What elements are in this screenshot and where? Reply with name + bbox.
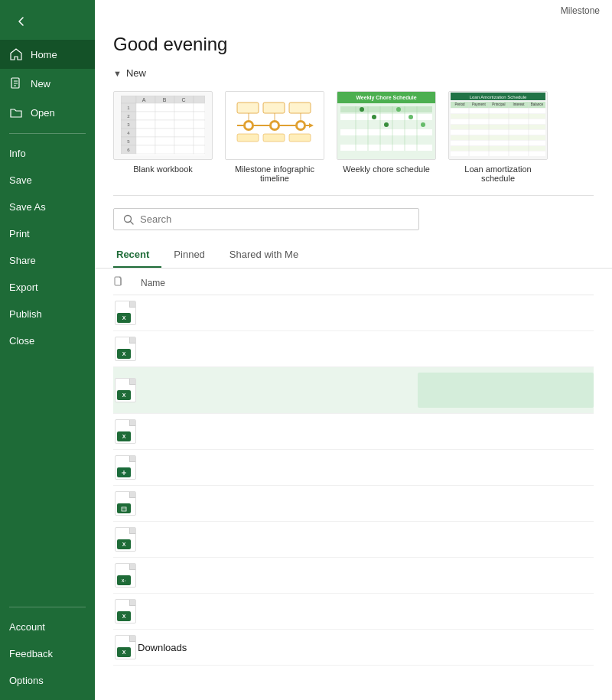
svg-rect-32 (174, 120, 194, 129)
tab-recent[interactable]: Recent (113, 243, 161, 268)
svg-text:Period: Period (454, 103, 465, 106)
svg-point-80 (372, 115, 376, 119)
sidebar-item-feedback[interactable]: Feedback (0, 640, 95, 667)
excel-badge: X (117, 390, 131, 400)
sidebar-item-feedback-label: Feedback (9, 648, 53, 659)
excel-file-icon: X (115, 378, 136, 402)
file-row[interactable]: X (113, 522, 594, 558)
svg-point-82 (396, 107, 401, 112)
svg-rect-33 (194, 120, 205, 129)
svg-rect-9 (194, 96, 205, 103)
file-icon (113, 491, 138, 516)
svg-rect-29 (194, 112, 205, 120)
sidebar-item-options[interactable]: Options (0, 667, 95, 694)
file-row[interactable]: X (113, 331, 594, 367)
file-row-highlighted[interactable]: X (113, 367, 594, 414)
sidebar-item-account[interactable]: Account (0, 614, 95, 640)
svg-rect-40 (174, 137, 194, 145)
svg-rect-67 (340, 106, 432, 112)
sidebar-item-share-label: Share (9, 255, 36, 266)
template-blank-thumb: A B C 1 2 3 4 (113, 91, 213, 160)
svg-point-84 (421, 122, 425, 127)
svg-rect-30 (136, 120, 155, 129)
new-icon (9, 77, 23, 90)
excel-badge: X↑ (117, 575, 131, 585)
back-button[interactable] (6, 6, 37, 37)
file-name: Downloads (138, 642, 594, 653)
excel-badge: X (117, 647, 131, 657)
svg-rect-94 (451, 135, 545, 140)
svg-rect-90 (451, 114, 545, 119)
new-section-label: New (126, 67, 146, 79)
file-icon: X (113, 599, 138, 623)
svg-rect-68 (340, 114, 432, 120)
file-row-downloads[interactable]: X Downloads (113, 630, 594, 666)
search-box[interactable] (113, 208, 419, 230)
template-blank[interactable]: A B C 1 2 3 4 (113, 91, 213, 183)
svg-rect-37 (194, 129, 205, 137)
chevron-icon: ▼ (113, 69, 122, 78)
file-icon: X (113, 301, 138, 325)
svg-rect-41 (194, 137, 205, 145)
svg-rect-3 (136, 96, 155, 103)
sidebar-nav: Home New Open Info Save (0, 40, 95, 700)
sidebar-item-publish[interactable]: Publish (0, 301, 95, 327)
template-loan[interactable]: Loan Amortization Schedule (448, 91, 548, 183)
sidebar-item-print[interactable]: Print (0, 220, 95, 247)
tab-shared[interactable]: Shared with Me (226, 243, 311, 268)
sidebar-item-share[interactable]: Share (0, 247, 95, 274)
svg-rect-62 (263, 134, 285, 142)
svg-text:Interest: Interest (513, 103, 525, 106)
sidebar-item-close[interactable]: Close (0, 327, 95, 354)
top-bar: Milestone (95, 0, 612, 21)
svg-rect-95 (451, 141, 545, 145)
sidebar-item-publish-label: Publish (9, 308, 42, 320)
svg-rect-25 (194, 103, 205, 112)
svg-rect-71 (340, 137, 432, 143)
file-icon: X (113, 378, 138, 402)
svg-rect-93 (451, 130, 545, 135)
svg-point-49 (246, 122, 252, 129)
search-input[interactable] (140, 213, 409, 225)
tab-pinned[interactable]: Pinned (171, 243, 216, 268)
file-row[interactable]: X↑ (113, 558, 594, 594)
excel-badge: X (117, 349, 131, 359)
file-row[interactable]: X (113, 414, 594, 450)
svg-point-53 (298, 122, 304, 129)
svg-rect-63 (289, 134, 311, 142)
fold-corner (129, 600, 135, 606)
svg-rect-31 (155, 120, 174, 129)
fold-corner (129, 564, 135, 570)
svg-point-81 (384, 122, 389, 127)
file-icon: X (113, 527, 138, 552)
svg-rect-112 (122, 507, 126, 511)
sidebar-item-home[interactable]: Home (0, 40, 95, 69)
excel-badge: X (117, 539, 131, 549)
template-weekly[interactable]: Weekly Chore Schedule (337, 91, 436, 183)
fold-corner (129, 420, 135, 426)
svg-rect-42 (136, 145, 155, 154)
sidebar-item-info[interactable]: Info (0, 140, 95, 167)
excel-file-icon: X↑ (115, 563, 136, 588)
open-icon (9, 106, 23, 119)
file-row[interactable]: X (113, 594, 594, 630)
svg-rect-70 (340, 129, 432, 135)
file-row[interactable]: X (113, 295, 594, 331)
sidebar-item-saveas[interactable]: Save As (0, 194, 95, 220)
main-content: Milestone Good evening ▼ New A (95, 0, 612, 700)
sidebar-item-open[interactable]: Open (0, 98, 95, 127)
sidebar-item-print-label: Print (9, 228, 30, 239)
file-row[interactable] (113, 450, 594, 486)
svg-rect-28 (174, 112, 194, 120)
sidebar-item-export[interactable]: Export (0, 274, 95, 301)
sidebar-item-account-label: Account (9, 621, 45, 633)
file-list-header: Name (113, 272, 594, 295)
sidebar-item-open-label: Open (31, 107, 55, 119)
sidebar-item-save[interactable]: Save (0, 167, 95, 194)
template-milestone[interactable]: Milestone infographic timeline (225, 91, 324, 183)
svg-rect-35 (155, 129, 174, 137)
svg-rect-96 (451, 146, 545, 151)
file-row[interactable] (113, 486, 594, 522)
svg-text:C: C (181, 97, 185, 103)
sidebar-item-new[interactable]: New (0, 69, 95, 98)
